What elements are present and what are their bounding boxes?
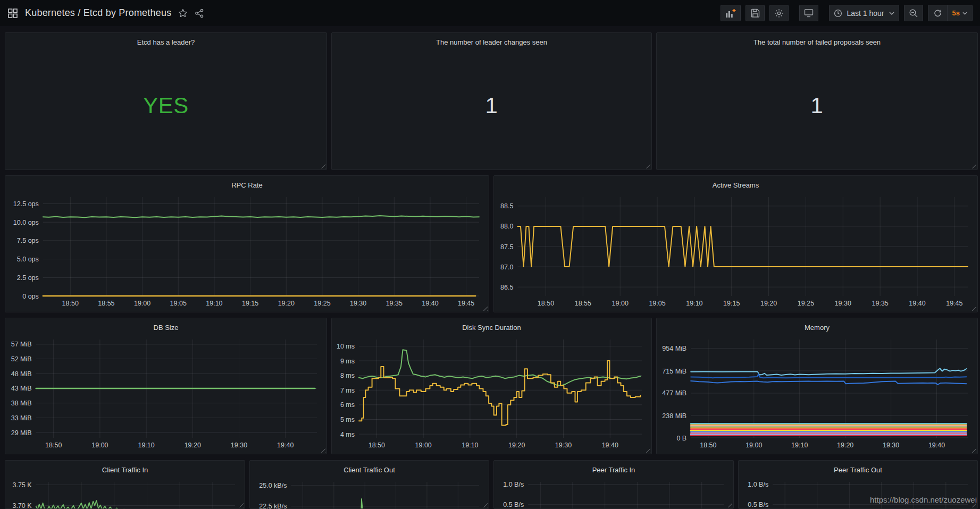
star-icon[interactable] <box>178 9 188 18</box>
svg-text:3.75 K: 3.75 K <box>12 481 32 489</box>
svg-text:19:45: 19:45 <box>458 300 474 307</box>
dashboard-grid-icon[interactable] <box>7 8 18 19</box>
chart-panel-memory: Memory 18:5019:0019:1019:2019:3019:40954… <box>656 318 978 454</box>
svg-text:19:40: 19:40 <box>909 300 925 307</box>
svg-text:18:50: 18:50 <box>700 442 716 449</box>
add-panel-button[interactable] <box>721 5 741 21</box>
time-range-picker[interactable]: Last 1 hour <box>829 5 899 21</box>
panel-title[interactable]: Memory <box>657 318 977 335</box>
svg-text:88.0: 88.0 <box>500 223 513 230</box>
svg-text:715 MiB: 715 MiB <box>662 368 686 375</box>
db-size-chart[interactable]: 18:5019:0019:1019:2019:3019:4057 MiB52 M… <box>7 334 322 452</box>
svg-text:19:35: 19:35 <box>386 300 403 307</box>
dashboard-header: Kubernetes / Etcd by Prometheus <box>0 0 980 26</box>
refresh-interval-button[interactable]: 5s <box>947 5 972 21</box>
svg-text:2.5 ops: 2.5 ops <box>17 274 39 282</box>
svg-text:0 B: 0 B <box>676 435 686 442</box>
save-dashboard-button[interactable] <box>746 5 765 21</box>
svg-text:5 ms: 5 ms <box>340 416 355 423</box>
svg-text:19:30: 19:30 <box>231 442 247 449</box>
active-streams-chart[interactable]: 18:5018:5519:0019:0519:1019:1519:2019:25… <box>496 192 973 310</box>
svg-text:18:50: 18:50 <box>62 300 79 307</box>
dashboard-settings-button[interactable] <box>769 5 789 21</box>
svg-text:19:10: 19:10 <box>462 442 478 449</box>
stat-value: YES <box>5 93 326 118</box>
svg-text:10 ms: 10 ms <box>337 343 355 350</box>
svg-text:18:50: 18:50 <box>538 300 554 307</box>
svg-text:0 ops: 0 ops <box>22 293 39 300</box>
chevron-down-icon <box>962 12 967 15</box>
refresh-button[interactable] <box>928 5 947 21</box>
panel-title[interactable]: Client Traffic In <box>5 461 245 477</box>
svg-text:3.70 K: 3.70 K <box>12 502 32 509</box>
svg-text:19:35: 19:35 <box>872 300 889 307</box>
svg-text:52 MiB: 52 MiB <box>11 355 32 363</box>
panel-title[interactable]: Active Streams <box>494 176 977 192</box>
rpc-rate-chart[interactable]: 18:5018:5519:0019:0519:1019:1519:2019:25… <box>7 192 484 310</box>
svg-text:19:00: 19:00 <box>91 442 108 449</box>
svg-text:19:20: 19:20 <box>760 300 777 307</box>
client-traffic-in-chart[interactable]: 18:5019:0019:1019:2019:3019:403.75 K3.70… <box>7 477 240 509</box>
svg-text:19:20: 19:20 <box>837 442 853 449</box>
svg-text:0.5 B/s: 0.5 B/s <box>503 501 524 508</box>
peer-traffic-in-chart[interactable]: 18:5019:0019:1019:2019:3019:401.0 B/s0.5… <box>496 477 729 509</box>
time-range-label: Last 1 hour <box>847 9 884 18</box>
panel-title[interactable]: Client Traffic Out <box>250 461 489 477</box>
chevron-down-icon <box>889 12 894 15</box>
share-icon[interactable] <box>195 9 204 18</box>
svg-text:1.0 B/s: 1.0 B/s <box>748 481 768 488</box>
svg-text:954 MiB: 954 MiB <box>662 345 686 352</box>
panel-title[interactable]: DB Size <box>5 318 326 335</box>
svg-text:9 ms: 9 ms <box>340 358 355 365</box>
svg-text:19:00: 19:00 <box>415 442 432 449</box>
svg-text:43 MiB: 43 MiB <box>11 385 32 392</box>
watermark: https://blog.csdn.net/zuozewei <box>870 495 977 504</box>
svg-text:1.0 B/s: 1.0 B/s <box>503 481 524 488</box>
svg-text:10.0 ops: 10.0 ops <box>13 219 39 226</box>
svg-text:19:40: 19:40 <box>422 300 438 307</box>
svg-text:57 MiB: 57 MiB <box>11 341 32 348</box>
panel-title[interactable]: Disk Sync Duration <box>332 318 651 335</box>
svg-text:19:20: 19:20 <box>508 442 525 449</box>
chart-panel-disk-sync-duration: Disk Sync Duration 18:5019:0019:1019:201… <box>331 318 652 454</box>
disk-sync-duration-chart[interactable]: 18:5019:0019:1019:2019:3019:4010 ms9 ms8… <box>334 334 647 452</box>
svg-text:86.5: 86.5 <box>500 284 513 291</box>
panel-title[interactable]: Peer Traffic Out <box>739 461 977 477</box>
svg-text:87.5: 87.5 <box>500 243 513 251</box>
chart-panel-db-size: DB Size 18:5019:0019:1019:2019:3019:4057… <box>5 318 327 454</box>
refresh-interval-label: 5s <box>952 9 960 17</box>
panel-title[interactable]: RPC Rate <box>5 176 489 192</box>
svg-text:19:05: 19:05 <box>170 300 187 307</box>
panel-title[interactable]: Peer Traffic In <box>494 461 733 477</box>
chart-panel-rpc-rate: RPC Rate 18:5018:5519:0019:0519:1019:151… <box>5 175 489 312</box>
plus-icon <box>733 9 736 12</box>
svg-text:12.5 ops: 12.5 ops <box>13 200 39 208</box>
svg-text:19:45: 19:45 <box>946 300 962 307</box>
svg-text:19:10: 19:10 <box>791 442 808 449</box>
svg-text:33 MiB: 33 MiB <box>11 414 32 422</box>
svg-text:19:40: 19:40 <box>602 442 618 449</box>
chart-panel-client-traffic-in: Client Traffic In 18:5019:0019:1019:2019… <box>5 460 245 509</box>
panel-title[interactable]: The number of leader changes seen <box>332 33 651 49</box>
chart-panel-client-traffic-out: Client Traffic Out 18:5019:0019:1019:201… <box>249 460 489 509</box>
grafana-dashboard: Kubernetes / Etcd by Prometheus <box>0 0 980 509</box>
svg-text:19:40: 19:40 <box>928 442 945 449</box>
svg-text:19:40: 19:40 <box>277 442 294 449</box>
svg-text:19:30: 19:30 <box>883 442 899 449</box>
svg-text:18:55: 18:55 <box>575 300 591 307</box>
svg-text:19:30: 19:30 <box>835 300 851 307</box>
svg-text:6 ms: 6 ms <box>340 401 355 409</box>
zoom-out-button[interactable] <box>904 5 923 21</box>
svg-text:18:50: 18:50 <box>45 442 62 449</box>
client-traffic-out-chart[interactable]: 18:5019:0019:1019:2019:3019:4025.0 kB/s2… <box>252 477 484 509</box>
svg-text:87.0: 87.0 <box>500 264 513 271</box>
svg-text:19:20: 19:20 <box>278 300 295 307</box>
svg-text:19:00: 19:00 <box>612 300 629 307</box>
cycle-view-mode-button[interactable] <box>799 5 818 21</box>
svg-text:25.0 kB/s: 25.0 kB/s <box>259 482 287 489</box>
svg-text:48 MiB: 48 MiB <box>11 370 32 378</box>
panel-title[interactable]: The total number of failed proposals see… <box>657 33 977 49</box>
refresh-group: 5s <box>928 5 973 21</box>
panel-title[interactable]: Etcd has a leader? <box>5 33 326 49</box>
memory-chart[interactable]: 18:5019:0019:1019:2019:3019:40954 MiB715… <box>659 334 973 452</box>
